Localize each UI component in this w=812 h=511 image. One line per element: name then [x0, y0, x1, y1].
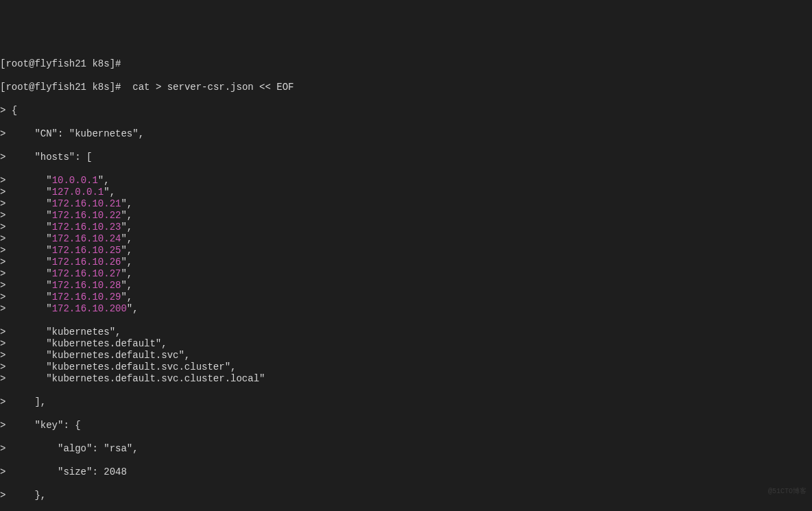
ip-address: 172.16.10.29 [52, 292, 121, 302]
host-ip-line: > "127.0.0.1", [0, 187, 812, 198]
host-name-line: > "kubernetes", [0, 326, 812, 338]
host-name-line: > "kubernetes.default.svc.cluster", [0, 361, 812, 373]
heredoc-key-algo: > "algo": "rsa", [0, 443, 812, 455]
host-ip-line: > "172.16.10.23", [0, 222, 812, 233]
hosts-ips-list: > "10.0.0.1",> "127.0.0.1",> "172.16.10.… [0, 175, 812, 315]
host-ip-line: > "172.16.10.27", [0, 268, 812, 280]
ip-address: 10.0.0.1 [52, 175, 98, 186]
ip-address: 172.16.10.26 [52, 257, 121, 268]
host-ip-line: > "172.16.10.26", [0, 257, 812, 268]
heredoc-hosts-open: > "hosts": [ [0, 152, 812, 163]
host-name-line: > "kubernetes.default.svc.cluster.local" [0, 373, 812, 385]
host-name-line: > "kubernetes.default", [0, 338, 812, 350]
hosts-names-list: > "kubernetes",> "kubernetes.default",> … [0, 326, 812, 385]
ip-address: 172.16.10.27 [52, 268, 121, 279]
line-cat-command: [root@flyfish21 k8s]# cat > server-csr.j… [0, 82, 812, 93]
ip-address: 172.16.10.22 [52, 210, 121, 221]
heredoc-key-open: > "key": { [0, 420, 812, 431]
heredoc-key-size: > "size": 2048 [0, 466, 812, 478]
watermark: @51CTO博客 [768, 486, 807, 497]
host-ip-line: > "172.16.10.200", [0, 303, 812, 315]
heredoc-open-brace: > { [0, 105, 812, 117]
heredoc-key-close: > }, [0, 490, 812, 501]
host-ip-line: > "172.16.10.28", [0, 280, 812, 292]
host-ip-line: > "172.16.10.21", [0, 198, 812, 210]
terminal-output[interactable]: [root@flyfish21 k8s]# [root@flyfish21 k8… [0, 47, 812, 511]
host-ip-line: > "172.16.10.29", [0, 292, 812, 303]
heredoc-cn: > "CN": "kubernetes", [0, 128, 812, 140]
ip-address: 172.16.10.24 [52, 233, 121, 244]
ip-address: 172.16.10.28 [52, 280, 121, 291]
ip-address: 172.16.10.23 [52, 222, 121, 233]
ip-address: 172.16.10.25 [52, 245, 121, 256]
ip-address: 127.0.0.1 [52, 187, 104, 198]
heredoc-hosts-close: > ], [0, 396, 812, 408]
host-ip-line: > "172.16.10.24", [0, 233, 812, 245]
line-partial-prompt: [root@flyfish21 k8s]# [0, 58, 812, 70]
host-ip-line: > "172.16.10.25", [0, 245, 812, 257]
host-ip-line: > "172.16.10.22", [0, 210, 812, 222]
ip-address: 172.16.10.21 [52, 198, 121, 209]
host-name-line: > "kubernetes.default.svc", [0, 350, 812, 361]
host-ip-line: > "10.0.0.1", [0, 175, 812, 187]
ip-address: 172.16.10.200 [52, 303, 127, 314]
